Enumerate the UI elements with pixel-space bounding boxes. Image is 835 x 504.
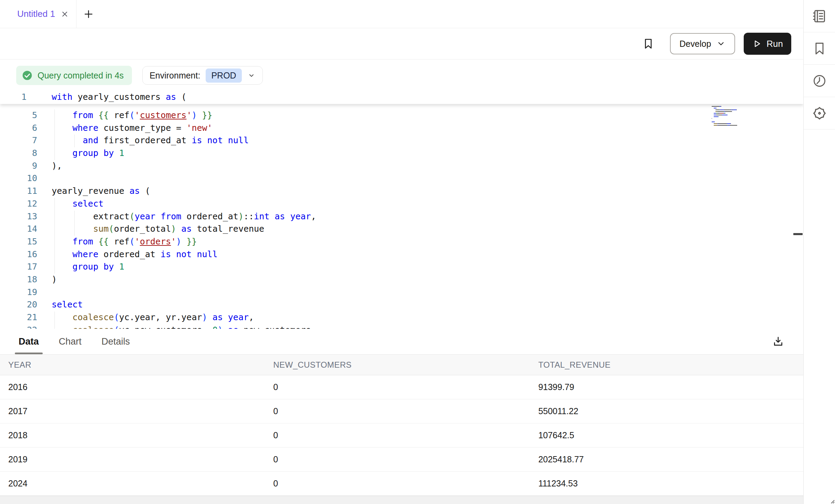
code-line[interactable]: 21 coalesce(yc.year, yr.year) as year, xyxy=(0,312,803,324)
code-line[interactable]: 14 sum(order_total) as total_revenue xyxy=(0,223,803,236)
code-line[interactable]: 17 group by 1 xyxy=(0,261,803,274)
line-number: 9 xyxy=(0,161,37,171)
table-cell: 0 xyxy=(273,430,538,440)
column-header: NEW_CUSTOMERS xyxy=(273,360,538,370)
environment-label: Environment: xyxy=(150,71,200,81)
results-tab-chart[interactable]: Chart xyxy=(58,329,82,354)
editor-toolbar: Develop Run xyxy=(0,28,803,60)
table-cell: 107642.5 xyxy=(538,430,803,440)
code-line[interactable]: 16 where ordered_at is not null xyxy=(0,249,803,261)
table-row[interactable]: 20170550011.22 xyxy=(0,399,803,423)
bookmark-button[interactable] xyxy=(640,33,657,54)
table-cell: 0 xyxy=(273,454,538,464)
code-line[interactable]: 15 from {{ ref('orders') }} xyxy=(0,236,803,249)
main-column: Untitled 1 Develop xyxy=(0,0,803,504)
line-number: 21 xyxy=(0,312,37,322)
table-cell: 0 xyxy=(273,382,538,392)
table-row[interactable]: 20240111234.53 xyxy=(0,472,803,496)
code-line[interactable]: 9), xyxy=(0,160,803,173)
plus-icon xyxy=(83,9,94,19)
table-cell: 2017 xyxy=(8,406,273,416)
app-window: Untitled 1 Develop xyxy=(0,0,835,504)
history-clock-icon xyxy=(812,73,827,88)
line-number: 14 xyxy=(0,224,37,234)
develop-dropdown[interactable]: Develop xyxy=(670,33,735,54)
results-tab-bar: DataChartDetails xyxy=(0,329,803,355)
environment-value-badge: PROD xyxy=(206,69,241,83)
code-line[interactable]: 13 extract(year from ordered_at)::int as… xyxy=(0,211,803,223)
chevron-down-icon xyxy=(717,39,725,48)
success-check-icon xyxy=(22,70,33,81)
sticky-scroll-line[interactable]: 1 with yearly_customers as ( xyxy=(0,91,803,104)
editor-lines: 5 from {{ ref('customers') }}6 where cus… xyxy=(0,109,803,329)
query-status-badge: Query completed in 4s xyxy=(16,66,132,85)
sidebar-item-notebook[interactable] xyxy=(804,0,835,32)
horizontal-scrollbar-track[interactable] xyxy=(0,496,803,504)
sql-code-editor[interactable]: 1 with yearly_customers as ( 5 from {{ r… xyxy=(0,91,803,329)
code-line[interactable]: 18) xyxy=(0,274,803,286)
table-cell: 0 xyxy=(273,479,538,489)
code-line[interactable]: 6 where customer_type = 'new' xyxy=(0,122,803,135)
code-line[interactable]: 8 group by 1 xyxy=(0,147,803,160)
download-icon xyxy=(772,336,784,347)
file-tab-untitled-1[interactable]: Untitled 1 xyxy=(0,0,76,28)
play-icon xyxy=(752,39,762,49)
editor-scrollbar-thumb[interactable] xyxy=(793,233,803,235)
line-number: 20 xyxy=(0,300,37,309)
table-cell: 0 xyxy=(273,406,538,416)
results-tab-data[interactable]: Data xyxy=(18,329,40,354)
sticky-line-number: 1 xyxy=(21,92,27,102)
code-line[interactable]: 20select xyxy=(0,299,803,312)
code-line[interactable]: 5 from {{ ref('customers') }} xyxy=(0,109,803,122)
resize-corner-icon[interactable] xyxy=(829,498,835,504)
code-line[interactable]: 10 xyxy=(0,172,803,185)
code-line[interactable]: 12 select xyxy=(0,198,803,211)
develop-label: Develop xyxy=(680,39,711,49)
tab-bar: Untitled 1 xyxy=(0,0,803,28)
query-status-text: Query completed in 4s xyxy=(38,71,124,81)
chevron-down-icon xyxy=(247,71,256,80)
line-number: 22 xyxy=(0,325,37,329)
table-row[interactable]: 20180107642.5 xyxy=(0,423,803,448)
line-number: 18 xyxy=(0,274,37,284)
code-line[interactable]: 11yearly_revenue as ( xyxy=(0,185,803,198)
line-number: 12 xyxy=(0,199,37,209)
new-tab-button[interactable] xyxy=(76,0,101,28)
table-cell: 2018 xyxy=(8,430,273,440)
bookmark-icon xyxy=(642,38,654,50)
results-table-header: YEARNEW_CUSTOMERSTOTAL_REVENUE xyxy=(0,355,803,375)
table-cell: 91399.79 xyxy=(538,382,803,392)
line-number: 11 xyxy=(0,186,37,196)
sticky-line-code: with yearly_customers as ( xyxy=(52,92,186,102)
table-cell: 2016 xyxy=(8,382,273,392)
line-number: 5 xyxy=(0,110,37,120)
code-line[interactable]: 7 and first_ordered_at is not null xyxy=(0,135,803,147)
table-row[interactable]: 201902025418.77 xyxy=(0,448,803,472)
table-cell: 2025418.77 xyxy=(538,454,803,464)
sidebar-item-dbt[interactable] xyxy=(804,97,835,129)
file-tab-label: Untitled 1 xyxy=(17,9,55,19)
notebook-icon xyxy=(812,8,827,24)
results-tab-details[interactable]: Details xyxy=(101,329,131,354)
column-header: YEAR xyxy=(8,360,273,370)
line-number: 6 xyxy=(0,123,37,133)
run-button[interactable]: Run xyxy=(744,33,791,55)
table-cell: 550011.22 xyxy=(538,406,803,416)
table-row[interactable]: 2016091399.79 xyxy=(0,375,803,399)
code-line[interactable]: 19 xyxy=(0,286,803,299)
right-icon-sidebar xyxy=(803,0,835,504)
sidebar-item-bookmarks[interactable] xyxy=(804,32,835,65)
close-tab-icon[interactable] xyxy=(61,10,69,18)
download-results-button[interactable] xyxy=(772,336,784,347)
environment-selector[interactable]: Environment: PROD xyxy=(142,66,263,85)
line-number: 15 xyxy=(0,237,37,246)
line-number: 19 xyxy=(0,287,37,297)
table-cell: 2024 xyxy=(8,479,273,489)
results-panel: DataChartDetails YEARNEW_CUSTOMERSTOTAL_… xyxy=(0,329,803,504)
line-number: 8 xyxy=(0,148,37,158)
line-number: 7 xyxy=(0,135,37,145)
line-number: 13 xyxy=(0,211,37,221)
code-line[interactable]: 22 coalesce(yc.new_customers, 0) as new_… xyxy=(0,324,803,329)
sidebar-item-history[interactable] xyxy=(804,65,835,97)
dbt-logo-icon xyxy=(812,105,827,121)
